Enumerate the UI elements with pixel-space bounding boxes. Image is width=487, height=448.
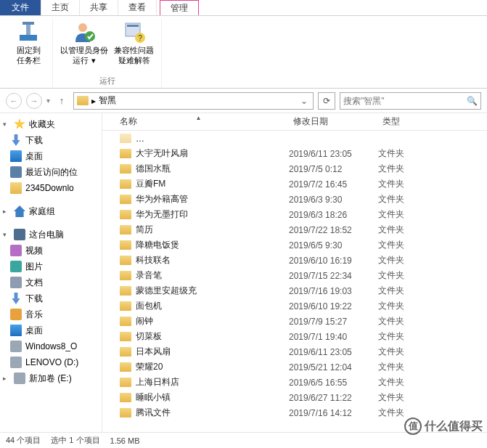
file-type: 文件夹 xyxy=(378,269,487,282)
file-name: 简历 xyxy=(136,224,153,236)
list-item[interactable]: 降糖电饭煲2019/6/5 9:30文件夹 xyxy=(102,237,487,253)
sidebar-drive-d[interactable]: LENOVO (D:) xyxy=(0,354,102,370)
file-name: 科技联名 xyxy=(136,254,171,266)
nav-back-button[interactable]: ← xyxy=(6,93,22,109)
documents-icon xyxy=(10,277,22,288)
list-item[interactable]: 科技联名2019/6/10 16:19文件夹 xyxy=(102,253,487,268)
list-item[interactable]: 录音笔2019/7/15 22:34文件夹 xyxy=(102,268,487,283)
sidebar-drive-e[interactable]: ▸新加卷 (E:) xyxy=(0,370,102,386)
list-item[interactable]: 日本风扇2019/6/11 23:05文件夹 xyxy=(102,344,487,359)
tab-home[interactable]: 主页 xyxy=(41,0,80,15)
address-bar[interactable]: ▸ ⌄ xyxy=(73,92,314,110)
tab-view[interactable]: 查看 xyxy=(118,0,157,15)
sidebar-pictures[interactable]: 图片 xyxy=(0,258,102,274)
list-item[interactable]: 德国水瓶2019/7/5 0:12文件夹 xyxy=(102,161,487,176)
sidebar-downloads[interactable]: 下载 xyxy=(0,132,102,148)
sidebar-desktop[interactable]: 桌面 xyxy=(0,148,102,164)
run-as-admin-button[interactable]: 以管理员身份 运行 ▾ xyxy=(57,19,111,74)
search-input[interactable] xyxy=(343,96,467,106)
list-item[interactable]: 面包机2019/6/10 19:22文件夹 xyxy=(102,298,487,314)
pin-to-taskbar-button[interactable]: 固定到 任务栏 xyxy=(9,19,48,76)
list-item[interactable]: 华为外籍高管2019/6/3 9:30文件夹 xyxy=(102,192,487,207)
folder-icon xyxy=(120,210,131,219)
sidebar-favorites[interactable]: ▾收藏夹 xyxy=(0,116,102,132)
file-name: 上海日料店 xyxy=(136,376,179,388)
admin-icon xyxy=(73,20,96,44)
col-date[interactable]: 修改日期 xyxy=(289,115,378,128)
list-item[interactable]: 切菜板2019/7/1 19:40文件夹 xyxy=(102,329,487,344)
folder-icon xyxy=(120,134,131,143)
folder-icon xyxy=(120,317,131,326)
sidebar-music[interactable]: 音乐 xyxy=(0,306,102,322)
tab-file[interactable]: 文件 xyxy=(0,0,41,15)
nav-history-button[interactable]: ▾ xyxy=(46,97,50,105)
nav-forward-button[interactable]: → xyxy=(26,93,42,109)
address-dropdown[interactable]: ⌄ xyxy=(298,96,310,106)
svg-rect-6 xyxy=(127,25,139,27)
status-bar: 44 个项目 选中 1 个项目 1.56 MB xyxy=(0,432,487,448)
sidebar-drive-c[interactable]: Windows8_O xyxy=(0,338,102,354)
list-item[interactable]: 华为无墨打印2019/6/3 18:26文件夹 xyxy=(102,207,487,222)
nav-up-button[interactable]: ↑ xyxy=(54,94,69,108)
list-item[interactable]: 睡眠小镇2019/6/27 11:22文件夹 xyxy=(102,390,487,405)
folder-icon xyxy=(120,179,131,189)
video-icon xyxy=(10,245,22,256)
sidebar-homegroup[interactable]: ▸家庭组 xyxy=(0,203,102,219)
svg-point-4 xyxy=(85,31,95,41)
file-name: 荣耀20 xyxy=(136,361,163,373)
file-name: 日本风扇 xyxy=(136,346,171,358)
compat-troubleshoot-button[interactable]: ? 兼容性问题 疑难解答 xyxy=(111,19,157,74)
file-name: 睡眠小镇 xyxy=(136,391,171,404)
sidebar-thispc[interactable]: ▾这台电脑 xyxy=(0,227,102,243)
search-icon[interactable]: 🔍 xyxy=(467,96,478,106)
file-name: 切菜板 xyxy=(136,330,162,343)
sidebar-recent[interactable]: 最近访问的位 xyxy=(0,164,102,180)
file-type: 文件夹 xyxy=(378,346,487,358)
homegroup-icon xyxy=(14,205,25,217)
sidebar-documents[interactable]: 文档 xyxy=(0,274,102,290)
drive-icon xyxy=(10,357,22,368)
file-list: … 大宇无叶风扇2019/6/11 23:05文件夹德国水瓶2019/7/5 0… xyxy=(102,131,487,433)
address-input[interactable] xyxy=(99,96,295,106)
list-item[interactable]: 闹钟2019/7/9 15:27文件夹 xyxy=(102,314,487,329)
file-date: 2019/7/9 15:27 xyxy=(289,317,378,327)
sidebar-video[interactable]: 视频 xyxy=(0,243,102,258)
folder-icon xyxy=(120,286,131,296)
list-item[interactable]: 大宇无叶风扇2019/6/11 23:05文件夹 xyxy=(102,146,487,161)
list-item[interactable]: 荣耀202019/5/21 12:04文件夹 xyxy=(102,359,487,375)
sidebar-desktop2[interactable]: 桌面 xyxy=(0,322,102,338)
star-icon xyxy=(14,118,25,130)
list-item[interactable]: 蒙德里安超级充2019/7/16 19:03文件夹 xyxy=(102,283,487,298)
folder-icon xyxy=(77,96,89,105)
file-name: 面包机 xyxy=(136,300,162,312)
folder-icon xyxy=(120,378,131,387)
list-item[interactable]: 简历2019/7/22 18:52文件夹 xyxy=(102,222,487,237)
file-name: 降糖电饭煲 xyxy=(136,239,179,251)
file-type: 文件夹 xyxy=(378,361,487,373)
tab-manage[interactable]: 管理 xyxy=(160,0,199,15)
list-item[interactable]: 腾讯文件2019/7/16 14:12文件夹 xyxy=(102,405,487,420)
file-name: 大宇无叶风扇 xyxy=(136,147,188,160)
file-type: 文件夹 xyxy=(378,239,487,251)
folder-icon xyxy=(120,225,131,235)
sidebar-2345[interactable]: 2345Downlo xyxy=(0,180,102,196)
tab-share[interactable]: 共享 xyxy=(80,0,118,15)
search-box[interactable]: 🔍 xyxy=(340,92,481,110)
file-date: 2019/7/5 0:12 xyxy=(289,164,378,174)
music-icon xyxy=(10,309,22,320)
folder-icon xyxy=(120,301,131,311)
list-item[interactable]: 豆瓣FM2019/7/2 16:45文件夹 xyxy=(102,176,487,192)
file-date: 2019/7/16 14:12 xyxy=(289,408,378,418)
desktop-icon xyxy=(10,150,22,162)
list-item[interactable]: 上海日料店2019/6/5 16:55文件夹 xyxy=(102,375,487,390)
col-name[interactable]: ▲名称 xyxy=(102,115,289,128)
file-name: 闹钟 xyxy=(136,315,153,327)
refresh-button[interactable]: ⟳ xyxy=(318,92,335,110)
list-item[interactable]: … xyxy=(102,131,487,146)
col-type[interactable]: 类型 xyxy=(378,115,487,128)
file-name: 华为无墨打印 xyxy=(136,208,188,221)
file-date: 2019/6/5 9:30 xyxy=(289,240,378,251)
folder-icon xyxy=(120,332,131,341)
file-type: 文件夹 xyxy=(378,254,487,266)
sidebar-downloads2[interactable]: 下载 xyxy=(0,290,102,306)
